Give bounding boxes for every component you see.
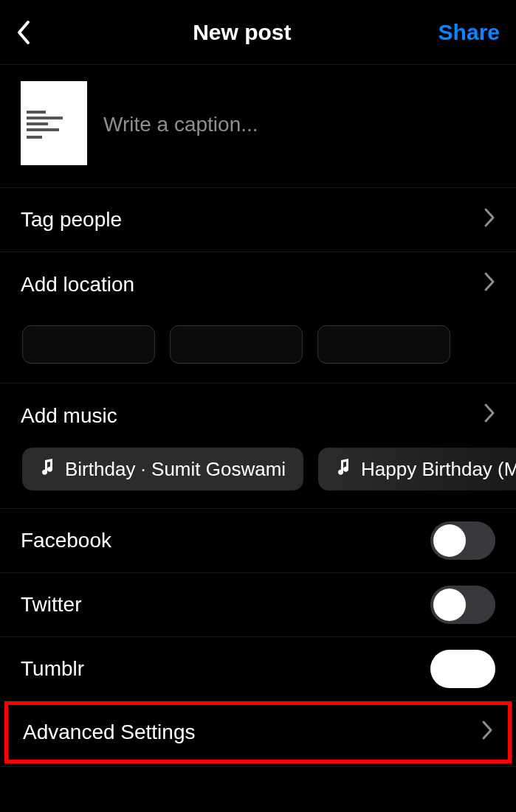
location-suggestions xyxy=(0,316,516,384)
advanced-settings-highlight: Advanced Settings xyxy=(4,701,512,763)
tag-people-label: Tag people xyxy=(21,208,122,232)
share-button[interactable]: Share xyxy=(438,20,500,45)
music-chip[interactable]: Birthday · Sumit Goswami xyxy=(22,448,303,490)
music-note-icon xyxy=(40,458,55,481)
chevron-right-icon xyxy=(484,403,495,428)
location-chip[interactable] xyxy=(170,325,303,364)
separator xyxy=(0,766,516,767)
page-title: New post xyxy=(193,20,291,45)
chevron-right-icon xyxy=(484,271,495,297)
add-location-label: Add location xyxy=(21,273,134,296)
add-music-label: Add music xyxy=(21,404,117,428)
music-chip-label: Happy Birthday (Me xyxy=(361,458,516,481)
chevron-right-icon xyxy=(481,720,493,746)
caption-section xyxy=(0,65,516,188)
chevron-left-icon xyxy=(16,20,31,45)
facebook-toggle[interactable] xyxy=(430,521,495,560)
music-chip-label: Birthday · Sumit Goswami xyxy=(65,458,286,481)
back-button[interactable] xyxy=(16,20,46,45)
location-chip[interactable] xyxy=(317,325,450,364)
share-tumblr-label: Tumblr xyxy=(21,657,84,681)
share-facebook-label: Facebook xyxy=(21,529,111,552)
chevron-right-icon xyxy=(484,207,495,233)
music-suggestions: Birthday · Sumit Goswami Happy Birthday … xyxy=(0,448,516,509)
music-chip[interactable]: Happy Birthday (Me xyxy=(318,448,516,490)
add-music-row[interactable]: Add music xyxy=(0,384,516,448)
share-facebook-row: Facebook xyxy=(0,509,516,573)
header: New post Share xyxy=(0,0,516,65)
location-chip[interactable] xyxy=(22,325,155,364)
thumbnail-text-preview xyxy=(27,111,65,142)
twitter-toggle[interactable] xyxy=(430,586,495,624)
add-location-row[interactable]: Add location xyxy=(0,252,516,316)
share-tumblr-row: Tumblr xyxy=(0,637,516,701)
advanced-settings-row[interactable]: Advanced Settings xyxy=(8,705,508,760)
music-note-icon xyxy=(336,458,351,481)
caption-input[interactable] xyxy=(103,81,495,165)
tag-people-row[interactable]: Tag people xyxy=(0,188,516,252)
advanced-settings-label: Advanced Settings xyxy=(23,721,196,744)
share-twitter-row: Twitter xyxy=(0,573,516,637)
post-thumbnail[interactable] xyxy=(21,81,87,165)
tumblr-toggle[interactable] xyxy=(430,650,495,688)
share-twitter-label: Twitter xyxy=(21,593,81,617)
